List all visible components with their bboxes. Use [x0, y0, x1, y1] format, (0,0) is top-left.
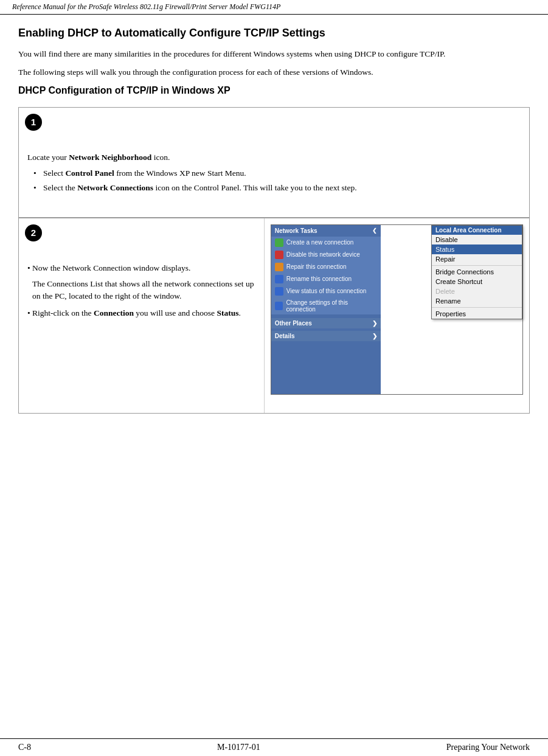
- ctx-status[interactable]: Status: [432, 244, 522, 254]
- win-item-settings[interactable]: Change settings of this connection: [271, 297, 381, 314]
- section1-title: Enabling DHCP to Automatically Configure…: [18, 27, 530, 40]
- section1-para1: You will find there are many similaritie…: [18, 48, 530, 60]
- ctx-properties[interactable]: Properties: [432, 309, 522, 319]
- win-details-section: Details ❯: [271, 331, 381, 341]
- step1-bullet1-pre: Select: [43, 168, 65, 178]
- step2-box: 2 • Now the Network Connection window di…: [18, 218, 530, 414]
- ctx-divider1: [432, 265, 522, 266]
- step1-bullet1-post: from the Windows XP new Start Menu.: [114, 168, 246, 178]
- win-item-repair[interactable]: Repair this connection: [271, 261, 381, 273]
- win-item-status[interactable]: View status of this connection: [271, 285, 381, 297]
- step2-bullet1: • Now the Network Connection window disp…: [27, 262, 255, 274]
- step2-screenshot-area: Network Tasks ❮ Create a new connection: [264, 218, 529, 413]
- win-network-tasks-header[interactable]: Network Tasks ❮: [271, 225, 381, 237]
- main-content: Enabling DHCP to Automatically Configure…: [0, 15, 548, 738]
- win-item-settings-label: Change settings of this connection: [286, 299, 376, 313]
- win-item-create-label: Create a new connection: [286, 239, 354, 246]
- step1-box: 1 Locate your Network Neighborhood icon.…: [18, 107, 530, 218]
- repair-connection-icon: [275, 263, 283, 271]
- ctx-shortcut[interactable]: Create Shortcut: [432, 277, 522, 286]
- section2-title: DHCP Configuration of TCP/IP in Windows …: [18, 85, 530, 96]
- network-tasks-chevron-icon: ❮: [372, 227, 377, 234]
- ctx-bridge[interactable]: Bridge Connections: [432, 267, 522, 277]
- footer-left: C-8: [18, 743, 31, 752]
- win-left-panel: Network Tasks ❮ Create a new connection: [271, 225, 381, 394]
- other-places-label: Other Places: [275, 320, 312, 327]
- win-other-places-header[interactable]: Other Places ❯: [271, 318, 381, 328]
- ctx-divider2: [432, 307, 522, 308]
- step1-intro-bold: Network Neighborhood: [69, 153, 151, 162]
- win-details-header[interactable]: Details ❯: [271, 331, 381, 341]
- network-tasks-label: Network Tasks: [275, 227, 317, 234]
- step2-left-text: • Now the Network Connection window disp…: [27, 262, 255, 320]
- footer-right: Preparing Your Network: [446, 743, 530, 752]
- step1-bullet2-post: icon on the Control Panel. This will tak…: [153, 183, 357, 192]
- win-item-repair-label: Repair this connection: [286, 263, 347, 270]
- win-item-disable[interactable]: Disable this network device: [271, 249, 381, 261]
- create-connection-icon: [275, 238, 283, 247]
- change-settings-icon: [275, 302, 283, 310]
- ctx-delete: Delete: [432, 286, 522, 296]
- ctx-repair[interactable]: Repair: [432, 254, 522, 264]
- details-chevron-icon: ❯: [372, 333, 377, 339]
- step2-left: 2 • Now the Network Connection window di…: [19, 218, 264, 413]
- page-footer: C-8 M-10177-01 Preparing Your Network: [0, 738, 548, 756]
- ctx-rename[interactable]: Rename: [432, 296, 522, 306]
- win-item-disable-label: Disable this network device: [286, 251, 360, 258]
- step1-bullets: Select Control Panel from the Windows XP…: [33, 167, 521, 195]
- step1-bullet2-bold: Network Connections: [77, 183, 153, 192]
- step1-bullet2-pre: Select the: [43, 183, 77, 192]
- step1-bullet1-bold: Control Panel: [65, 168, 114, 178]
- step1-content: 1 Locate your Network Neighborhood icon.…: [19, 108, 529, 217]
- ctx-title: Local Area Connection: [432, 226, 522, 235]
- rename-connection-icon: [275, 275, 283, 283]
- win-network-tasks-section: Network Tasks ❮ Create a new connection: [271, 225, 381, 314]
- page-header: Reference Manual for the ProSafe Wireles…: [0, 0, 548, 15]
- ctx-disable[interactable]: Disable: [432, 235, 522, 244]
- view-status-icon: [275, 287, 283, 296]
- win-item-rename[interactable]: Rename this connection: [271, 273, 381, 285]
- win-context-menu: Local Area Connection Disable Status Rep…: [431, 225, 522, 319]
- win-other-places-section: Other Places ❯: [271, 318, 381, 328]
- step2-content: 2 • Now the Network Connection window di…: [19, 218, 529, 413]
- step2-circle: 2: [25, 224, 42, 241]
- details-label: Details: [275, 333, 295, 339]
- step1-circle: 1: [25, 114, 42, 131]
- disable-device-icon: [275, 251, 283, 259]
- step2-bullet2: The Connections List that shows all the …: [32, 278, 255, 303]
- step2-bullet3: • Right-click on the Connection you will…: [27, 307, 255, 319]
- step1-intro: Locate your Network Neighborhood icon.: [27, 151, 521, 164]
- step2-bullet3-bold: Connection: [94, 308, 134, 317]
- page-container: Reference Manual for the ProSafe Wireles…: [0, 0, 548, 756]
- footer-center: M-10177-01: [217, 743, 260, 752]
- step1-bullet1: Select Control Panel from the Windows XP…: [33, 167, 521, 179]
- other-places-chevron-icon: ❯: [372, 320, 377, 327]
- win-item-rename-label: Rename this connection: [286, 276, 352, 282]
- header-text: Reference Manual for the ProSafe Wireles…: [12, 2, 280, 11]
- step1-text-area: Locate your Network Neighborhood icon. S…: [27, 151, 521, 195]
- win-screenshot: Network Tasks ❮ Create a new connection: [271, 224, 523, 395]
- win-item-create[interactable]: Create a new connection: [271, 237, 381, 249]
- step1-bullet2: Select the Network Connections icon on t…: [33, 182, 521, 194]
- win-main-area: Local Area Connection Disable Status Rep…: [381, 225, 522, 394]
- step2-bullet3-bold2: Status: [217, 308, 238, 317]
- win-item-status-label: View status of this connection: [286, 288, 367, 294]
- section1-para2: The following steps will walk you throug…: [18, 66, 530, 78]
